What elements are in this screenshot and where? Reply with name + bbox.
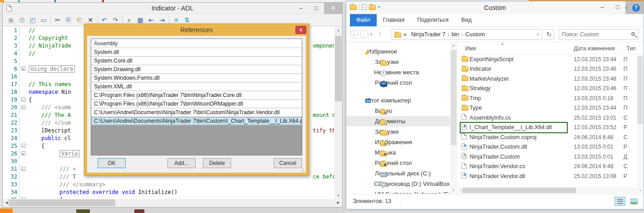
file-row[interactable]: NinjaTrader.Custom.dll13.03.2015 0:01Р: [458, 142, 637, 152]
nav-item[interactable]: Рабочий стол: [346, 77, 450, 88]
ribbon-tab-файл[interactable]: Файл: [350, 14, 377, 26]
assembly-list[interactable]: Assembly System.dllSystem.Core.dllSystem…: [91, 39, 302, 155]
ok-button[interactable]: OK: [98, 158, 126, 168]
cancel-button[interactable]: Cancel: [274, 158, 302, 168]
ribbon-tab-поделиться[interactable]: Поделиться: [411, 14, 455, 26]
editor-vertical-scrollbar[interactable]: ▲ ▼: [334, 27, 342, 199]
fold-marker[interactable]: −: [20, 165, 27, 173]
nav-item[interactable]: ↓Загрузки: [346, 126, 450, 137]
file-row[interactable]: MarketAnalyzer12.03.2015 23:46П: [458, 74, 637, 84]
column-header-name[interactable]: Имя ▴: [458, 45, 574, 52]
assembly-row[interactable]: System.dll: [91, 48, 302, 57]
scroll-up-icon[interactable]: ▲: [334, 27, 342, 34]
save-icon[interactable]: ▣: [5, 15, 16, 25]
file-row[interactable]: NinjaTrader.Custom13.03.2015 0:01Д: [458, 152, 637, 162]
nav-item[interactable]: VM-Exchange (\\vboxsrv) (E:): [346, 189, 450, 194]
assembly-row[interactable]: System.Core.dll: [91, 57, 302, 65]
nav-section-0[interactable]: ★Избранное: [346, 46, 450, 57]
maximize-button[interactable]: □: [309, 3, 324, 14]
nav-item[interactable]: Изображения: [346, 137, 450, 147]
nav-item[interactable]: Локальный диск (C:): [346, 168, 450, 179]
assembly-row[interactable]: C:\Users\Andrei\Documents\NinjaTrader 7\…: [91, 108, 302, 117]
nav-item[interactable]: Видео: [346, 106, 450, 116]
file-row[interactable]: NinjaTrader.Vendor.cs24.06.2014 6:48C: [458, 162, 637, 172]
assembly-row[interactable]: System.Drawing.dll: [91, 65, 302, 74]
scroll-down-icon[interactable]: ▼: [334, 192, 342, 199]
scroll-up-icon[interactable]: ˄: [450, 43, 457, 49]
recent-locations-icon[interactable]: ▾: [370, 32, 372, 36]
scrollbar-thumb[interactable]: [638, 56, 643, 124]
nav-item[interactable]: Рабочий стол: [346, 158, 450, 168]
assembly-row[interactable]: C:\Program Files (x86)\NinjaTrader 7\bin…: [91, 100, 302, 108]
assembly-row[interactable]: System.XML.dll: [91, 82, 302, 91]
scrollbar-thumb[interactable]: [451, 50, 457, 145]
cut-icon[interactable]: ✂: [52, 15, 63, 25]
breadcrumb-item[interactable]: Custom: [463, 31, 487, 38]
paste-icon[interactable]: ⎗: [74, 15, 85, 25]
nav-item[interactable]: CD-дисковод (D:) VirtualBox Gu: [346, 179, 450, 189]
breadcrumb-ellipsis[interactable]: «: [401, 31, 409, 38]
breadcrumb-item[interactable]: bin: [449, 31, 462, 38]
nav-item[interactable]: Музыка: [346, 147, 450, 158]
column-divider[interactable]: [579, 44, 579, 52]
delete-button[interactable]: Delete: [203, 158, 231, 168]
file-row[interactable]: Tmp13.03.2015 0:18П: [458, 93, 637, 103]
scroll-down-icon[interactable]: ˅: [450, 187, 457, 194]
minus-fold-icon[interactable]: −: [21, 167, 25, 171]
file-row[interactable]: ExportNinjaScript12.03.2015 23:44П: [458, 54, 637, 64]
thumbnails-view-button[interactable]: [628, 197, 639, 206]
address-dropdown-icon[interactable]: ˅: [537, 32, 542, 37]
assembly-row[interactable]: C:\Users\Andrei\Documents\NinjaTrader 7\…: [91, 117, 302, 126]
file-list-horizontal-scrollbar[interactable]: ‹ ›: [458, 187, 644, 194]
up-button[interactable]: ↑: [375, 30, 384, 39]
expand-ribbon-icon[interactable]: ˅: [625, 5, 628, 10]
fold-marker[interactable]: +: [20, 150, 27, 158]
details-view-button[interactable]: [615, 197, 625, 206]
scrollbar-thumb[interactable]: [9, 199, 115, 206]
fold-marker[interactable]: −: [20, 104, 27, 111]
ribbon-tab-главная[interactable]: Главная: [377, 14, 411, 26]
editor-horizontal-scrollbar[interactable]: ◄ ►: [3, 199, 342, 207]
resize-grip[interactable]: [300, 167, 305, 172]
editor-titlebar[interactable]: Indicator - ADL – □ ✕: [3, 3, 342, 14]
minus-fold-icon[interactable]: −: [21, 97, 25, 102]
fold-marker[interactable]: −: [20, 96, 27, 104]
address-bar[interactable]: « NinjaTrader 7 › bin › Custom ˅: [392, 29, 542, 40]
dialog-titlebar[interactable]: References x: [84, 24, 309, 36]
explorer-titlebar[interactable]: ▾ Custom – □ ✕: [346, 1, 644, 14]
scrollbar-thumb[interactable]: [462, 188, 576, 193]
file-row[interactable]: Strategy12.03.2015 23:46П: [458, 84, 637, 94]
file-row[interactable]: Indicator12.03.2015 23:46П: [458, 64, 637, 74]
minimize-button[interactable]: –: [595, 1, 610, 14]
file-row[interactable]: I_Chart_Template__I_Lib.X64.dll12.03.201…: [458, 123, 637, 133]
scrollbar-thumb[interactable]: [335, 36, 342, 102]
plus-fold-icon[interactable]: +: [21, 151, 25, 155]
nav-item[interactable]: Недавние места: [346, 67, 450, 77]
file-list-vertical-scrollbar[interactable]: [637, 54, 644, 187]
fold-marker[interactable]: −: [20, 142, 27, 150]
file-row[interactable]: Type12.03.2015 23:44П: [458, 103, 637, 113]
scroll-right-icon[interactable]: ›: [637, 187, 644, 194]
add-button[interactable]: Add...: [167, 158, 196, 168]
properties-icon[interactable]: ▭: [38, 15, 49, 25]
minus-fold-icon[interactable]: −: [21, 105, 25, 109]
assembly-row[interactable]: System.Windows.Forms.dll: [91, 74, 302, 82]
assembly-column-header[interactable]: Assembly: [91, 39, 302, 48]
minus-fold-icon[interactable]: −: [21, 144, 25, 148]
search-input[interactable]: [562, 30, 625, 39]
file-row[interactable]: NinjaTrader.Vendor.dll25.02.2015 13:08Р: [458, 171, 637, 181]
refresh-button[interactable]: ↻: [544, 29, 554, 40]
file-row[interactable]: AssemblyInfo.cs25.02.2015 13:01C: [458, 113, 637, 123]
dialog-close-button[interactable]: x: [295, 26, 306, 34]
navigation-scrollbar[interactable]: ˄ ˅: [450, 43, 457, 194]
nav-item[interactable]: ↓Загрузки: [346, 57, 450, 67]
breadcrumb-item[interactable]: NinjaTrader 7: [409, 31, 447, 38]
nav-section-1[interactable]: Этот компьютер: [346, 95, 450, 106]
ribbon-tab-вид[interactable]: Вид: [455, 14, 478, 26]
back-button[interactable]: ←: [350, 30, 359, 39]
plus-fold-icon[interactable]: +: [21, 67, 25, 71]
scroll-right-icon[interactable]: ►: [335, 199, 342, 207]
forward-button[interactable]: →: [360, 30, 369, 39]
assembly-row[interactable]: C:\Program Files (x86)\NinjaTrader 7\bin…: [91, 91, 302, 100]
nav-item[interactable]: Документы: [346, 116, 450, 126]
